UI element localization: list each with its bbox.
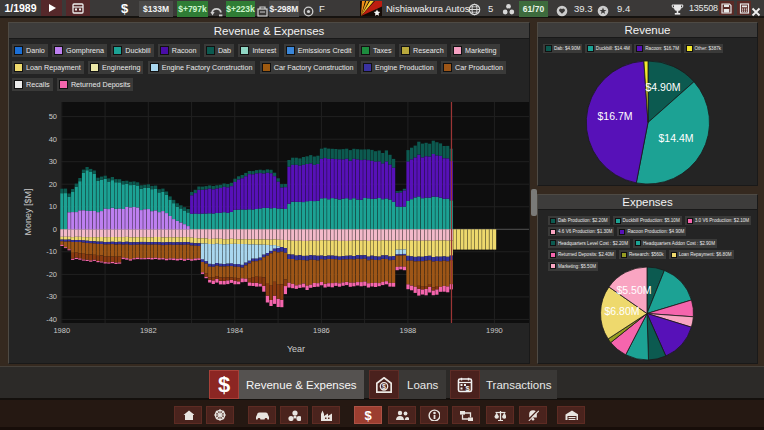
svg-text:-40: -40 <box>46 315 57 324</box>
svg-text:40: 40 <box>49 135 57 144</box>
svg-text:30: 30 <box>49 157 57 166</box>
svg-text:$: $ <box>382 382 386 390</box>
svg-text:Year: Year <box>287 344 305 354</box>
svg-text:$6.80M: $6.80M <box>604 305 639 317</box>
svg-text:1984: 1984 <box>226 326 243 335</box>
svg-text:-20: -20 <box>46 270 57 279</box>
svg-text:1982: 1982 <box>140 326 157 335</box>
svg-text:$14.4M: $14.4M <box>658 132 693 144</box>
svg-text:20: 20 <box>49 180 57 189</box>
svg-text:$5.50M: $5.50M <box>616 284 651 296</box>
svg-text:0: 0 <box>53 225 57 234</box>
svg-text:50: 50 <box>49 112 57 121</box>
svg-text:1986: 1986 <box>313 326 330 335</box>
svg-text:1988: 1988 <box>400 326 417 335</box>
svg-text:1990: 1990 <box>486 326 503 335</box>
svg-text:10: 10 <box>49 202 57 211</box>
svg-text:1980: 1980 <box>53 326 70 335</box>
svg-text:-30: -30 <box>46 292 57 301</box>
svg-text:$16.7M: $16.7M <box>597 110 632 122</box>
svg-text:Money [$M]: Money [$M] <box>23 188 33 235</box>
svg-text:-10: -10 <box>46 247 57 256</box>
svg-text:$4.90M: $4.90M <box>645 81 680 93</box>
